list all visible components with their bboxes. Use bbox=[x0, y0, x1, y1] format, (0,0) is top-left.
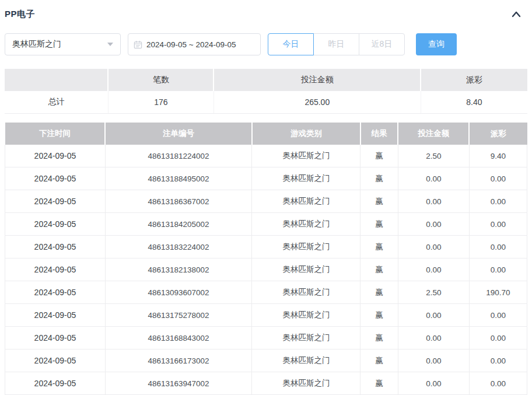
table-cell: 2024-09-05 bbox=[5, 258, 106, 281]
pp-electronic-panel: PP电子 奥林匹斯之门 bbox=[0, 8, 532, 395]
table-cell: 赢 bbox=[360, 372, 398, 395]
summary-total-count: 176 bbox=[108, 91, 214, 114]
summary-header-payout: 派彩 bbox=[421, 69, 527, 91]
table-cell: 2024-09-05 bbox=[5, 145, 106, 167]
query-button[interactable]: 查询 bbox=[416, 33, 457, 55]
table-cell: 48613181224002 bbox=[105, 145, 251, 167]
bet-records-table: 下注时间 注单编号 游戏类别 结果 投注金额 派彩 2024-09-054861… bbox=[5, 123, 527, 395]
date-range-value: 2024-09-05 ~ 2024-09-05 bbox=[146, 40, 236, 49]
table-cell: 2024-09-05 bbox=[5, 304, 106, 327]
chevron-down-icon bbox=[107, 43, 113, 46]
table-cell: 奥林匹斯之门 bbox=[252, 145, 360, 167]
table-row: 2024-09-0548613186367002奥林匹斯之门赢0.000.00 bbox=[5, 190, 527, 213]
summary-total-bet: 265.00 bbox=[214, 91, 421, 114]
table-cell: 奥林匹斯之门 bbox=[252, 304, 360, 327]
table-cell: 奥林匹斯之门 bbox=[252, 258, 360, 281]
table-cell: 0.00 bbox=[398, 372, 469, 395]
table-cell: 赢 bbox=[360, 190, 398, 213]
table-cell: 奥林匹斯之门 bbox=[252, 372, 360, 395]
summary-total-payout: 8.40 bbox=[421, 91, 527, 114]
game-select-value: 奥林匹斯之门 bbox=[12, 39, 107, 50]
summary-header-row: 笔数 投注金额 派彩 bbox=[5, 69, 527, 91]
summary-header-empty bbox=[5, 69, 108, 91]
table-cell: 0.00 bbox=[469, 236, 527, 258]
table-cell: 190.70 bbox=[469, 281, 527, 304]
table-cell: 0.00 bbox=[398, 258, 469, 281]
chevron-up-icon bbox=[510, 10, 522, 18]
table-row: 2024-09-0548613093607002奥林匹斯之门赢2.50190.7… bbox=[5, 281, 527, 304]
table-row: 2024-09-0548613183224002奥林匹斯之门赢0.000.00 bbox=[5, 236, 527, 258]
detail-table-body: 2024-09-0548613181224002奥林匹斯之门赢2.509.402… bbox=[5, 145, 527, 395]
summary-header-bet-amount: 投注金额 bbox=[214, 69, 421, 91]
table-cell: 0.00 bbox=[398, 236, 469, 258]
table-cell: 48613183224002 bbox=[105, 236, 251, 258]
table-cell: 48613093607002 bbox=[105, 281, 251, 304]
table-cell: 奥林匹斯之门 bbox=[252, 327, 360, 349]
table-cell: 2024-09-05 bbox=[5, 327, 106, 349]
date-range-input[interactable]: 2024-09-05 ~ 2024-09-05 bbox=[128, 33, 261, 55]
header-bet-amount: 投注金额 bbox=[398, 123, 469, 145]
table-cell: 0.00 bbox=[469, 349, 527, 372]
table-cell: 48613163947002 bbox=[105, 372, 251, 395]
table-cell: 2024-09-05 bbox=[5, 236, 106, 258]
filter-controls: 奥林匹斯之门 2024-09-05 ~ 2024-09-05 今日 昨日 近8日 bbox=[5, 33, 527, 55]
yesterday-button[interactable]: 昨日 bbox=[313, 33, 359, 55]
table-cell: 赢 bbox=[360, 281, 398, 304]
summary-table: 笔数 投注金额 派彩 总计 176 265.00 8.40 bbox=[5, 69, 527, 114]
table-row: 2024-09-0548613163947002奥林匹斯之门赢0.000.00 bbox=[5, 372, 527, 395]
detail-header-row: 下注时间 注单编号 游戏类别 结果 投注金额 派彩 bbox=[5, 123, 527, 145]
table-cell: 奥林匹斯之门 bbox=[252, 190, 360, 213]
table-cell: 0.00 bbox=[398, 349, 469, 372]
page-title: PP电子 bbox=[5, 9, 35, 20]
table-row: 2024-09-0548613166173002奥林匹斯之门赢0.000.00 bbox=[5, 349, 527, 372]
game-select[interactable]: 奥林匹斯之门 bbox=[5, 33, 121, 55]
table-cell: 0.00 bbox=[469, 304, 527, 327]
table-cell: 奥林匹斯之门 bbox=[252, 167, 360, 190]
table-cell: 0.00 bbox=[469, 190, 527, 213]
table-cell: 0.00 bbox=[398, 213, 469, 236]
table-row: 2024-09-0548613182138002奥林匹斯之门赢0.000.00 bbox=[5, 258, 527, 281]
table-cell: 2024-09-05 bbox=[5, 349, 106, 372]
table-cell: 0.00 bbox=[469, 167, 527, 190]
panel-header: PP电子 bbox=[5, 8, 527, 20]
table-cell: 9.40 bbox=[469, 145, 527, 167]
header-result: 结果 bbox=[360, 123, 398, 145]
header-payout: 派彩 bbox=[469, 123, 527, 145]
table-cell: 2024-09-05 bbox=[5, 167, 106, 190]
quick-range-group: 今日 昨日 近8日 bbox=[268, 33, 405, 55]
table-cell: 赢 bbox=[360, 327, 398, 349]
table-cell: 2.50 bbox=[398, 145, 469, 167]
table-cell: 2024-09-05 bbox=[5, 372, 106, 395]
table-row: 2024-09-0548613188495002奥林匹斯之门赢0.000.00 bbox=[5, 167, 527, 190]
table-cell: 0.00 bbox=[469, 327, 527, 349]
table-row: 2024-09-0548613168843002奥林匹斯之门赢0.000.00 bbox=[5, 327, 527, 349]
table-cell: 2024-09-05 bbox=[5, 213, 106, 236]
table-cell: 奥林匹斯之门 bbox=[252, 281, 360, 304]
table-cell: 赢 bbox=[360, 167, 398, 190]
table-cell: 赢 bbox=[360, 349, 398, 372]
table-cell: 48613188495002 bbox=[105, 167, 251, 190]
table-cell: 48613168843002 bbox=[105, 327, 251, 349]
header-order-number: 注单编号 bbox=[105, 123, 251, 145]
table-cell: 0.00 bbox=[469, 213, 527, 236]
table-row: 2024-09-0548613181224002奥林匹斯之门赢2.509.40 bbox=[5, 145, 527, 167]
collapse-panel-button[interactable] bbox=[510, 8, 523, 20]
table-cell: 奥林匹斯之门 bbox=[252, 213, 360, 236]
table-cell: 48613166173002 bbox=[105, 349, 251, 372]
table-row: 2024-09-0548613175278002奥林匹斯之门赢0.000.00 bbox=[5, 304, 527, 327]
table-cell: 48613186367002 bbox=[105, 190, 251, 213]
table-cell: 赢 bbox=[360, 258, 398, 281]
summary-total-label: 总计 bbox=[5, 91, 108, 114]
table-cell: 0.00 bbox=[469, 372, 527, 395]
table-cell: 赢 bbox=[360, 304, 398, 327]
table-cell: 0.00 bbox=[398, 304, 469, 327]
summary-total-row: 总计 176 265.00 8.40 bbox=[5, 91, 527, 114]
table-cell: 0.00 bbox=[398, 327, 469, 349]
table-cell: 赢 bbox=[360, 213, 398, 236]
table-cell: 赢 bbox=[360, 236, 398, 258]
table-cell: 2024-09-05 bbox=[5, 281, 106, 304]
table-cell: 0.00 bbox=[398, 167, 469, 190]
table-cell: 48613175278002 bbox=[105, 304, 251, 327]
today-button[interactable]: 今日 bbox=[268, 33, 314, 55]
last-8-days-button[interactable]: 近8日 bbox=[359, 33, 405, 55]
